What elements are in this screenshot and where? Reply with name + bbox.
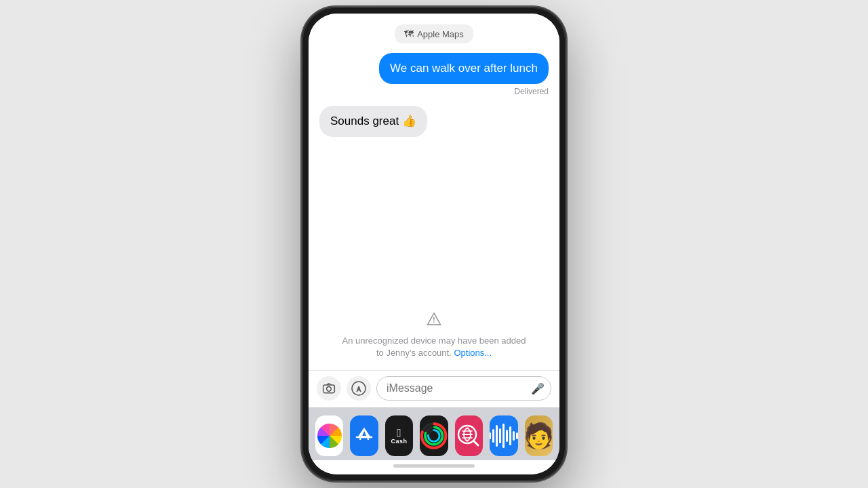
soundwave-icon bbox=[490, 424, 517, 448]
appstore-small-button[interactable]: A bbox=[347, 376, 371, 401]
camera-button[interactable] bbox=[317, 376, 341, 401]
imessage-input[interactable] bbox=[376, 376, 551, 401]
wave-bar-8 bbox=[513, 431, 515, 441]
wave-bar-3 bbox=[496, 425, 498, 447]
warning-line2: to Jenny's account. bbox=[376, 348, 452, 358]
warning-icon: ! bbox=[427, 312, 441, 331]
phone-screen: 🗺 Apple Maps We can walk over after lunc… bbox=[309, 14, 559, 474]
maps-icon: 🗺 bbox=[404, 28, 414, 39]
warning-line1: An unrecognized device may have been add… bbox=[342, 336, 526, 346]
sent-message-bubble[interactable]: We can walk over after lunch bbox=[379, 53, 549, 84]
app-icon-memoji[interactable]: 🧑 bbox=[525, 415, 553, 456]
app-drawer: A  Cash bbox=[309, 407, 559, 460]
sent-message-text: We can walk over after lunch bbox=[390, 62, 538, 75]
svg-text:!: ! bbox=[433, 317, 435, 324]
messages-area: 🗺 Apple Maps We can walk over after lunc… bbox=[309, 14, 559, 309]
svg-line-14 bbox=[474, 441, 478, 445]
warning-text: An unrecognized device may have been add… bbox=[342, 335, 526, 359]
wave-bar-9 bbox=[516, 432, 517, 439]
wave-bar-5 bbox=[502, 424, 505, 448]
warning-options-link[interactable]: Options... bbox=[454, 348, 492, 358]
svg-point-2 bbox=[327, 387, 332, 392]
app-icon-photos[interactable] bbox=[315, 415, 343, 456]
home-bar bbox=[393, 464, 475, 468]
delivered-label: Delivered bbox=[514, 87, 549, 96]
mic-icon: 🎤 bbox=[531, 382, 545, 395]
app-icon-apple-cash[interactable]:  Cash bbox=[385, 415, 413, 456]
wave-bar-1 bbox=[490, 432, 491, 439]
wave-bar-7 bbox=[509, 426, 511, 445]
app-icon-sound-recognition[interactable] bbox=[490, 415, 517, 456]
received-message-text: Sounds great 👍 bbox=[330, 115, 416, 127]
wave-bar-2 bbox=[492, 429, 494, 443]
phone-mockup: 🗺 Apple Maps We can walk over after lunc… bbox=[302, 7, 566, 481]
wave-bar-4 bbox=[499, 428, 501, 443]
maps-chip-label: Apple Maps bbox=[417, 29, 464, 39]
maps-chip[interactable]: 🗺 Apple Maps bbox=[395, 24, 473, 43]
home-indicator bbox=[309, 460, 559, 474]
app-icon-fitness[interactable] bbox=[420, 415, 448, 456]
received-message-bubble[interactable]: Sounds great 👍 bbox=[319, 106, 427, 137]
photos-gradient-icon bbox=[317, 424, 342, 448]
app-icon-appstore[interactable]: A bbox=[350, 415, 378, 456]
app-icon-web-search[interactable] bbox=[455, 415, 483, 456]
cash-label: Cash bbox=[391, 438, 408, 445]
warning-section: ! An unrecognized device may have been a… bbox=[309, 309, 559, 370]
input-row: A 🎤 bbox=[309, 370, 559, 407]
wave-bar-6 bbox=[506, 430, 508, 442]
imessage-input-wrapper: 🎤 bbox=[376, 376, 551, 401]
